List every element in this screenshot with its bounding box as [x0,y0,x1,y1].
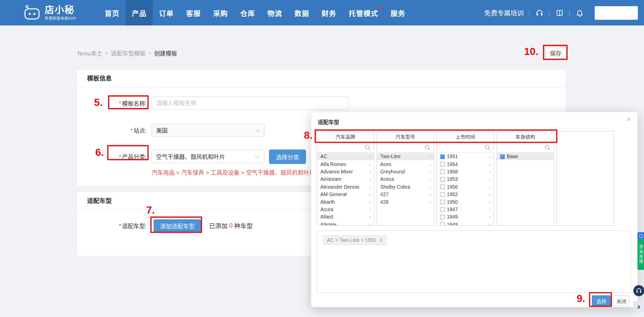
breadcrumb-item-temu[interactable]: Temu本土 [77,49,102,57]
annotation-number-10: 10. [524,46,538,57]
model-option[interactable]: 428› [377,198,434,206]
column-header-brand: 汽车品牌 [317,131,374,142]
checkbox-icon[interactable] [440,207,445,212]
checkbox-icon[interactable] [440,215,445,219]
year-option[interactable]: 1953› [437,175,494,183]
divider [549,10,550,16]
chevron-right-icon: › [369,169,371,174]
navbar-right: 免费专属培训 [484,6,638,19]
checkbox-icon[interactable] [440,192,445,197]
search-icon [545,145,549,149]
chevron-down-icon [255,127,260,132]
nav-item-managed-mode[interactable]: 托管模式 [343,0,385,25]
brand-option[interactable]: AM General› [317,191,374,198]
checkbox-icon[interactable] [440,177,445,182]
year-option[interactable]: 1956› [437,183,494,191]
add-vehicle-button[interactable]: 添加适配车型 [153,219,201,233]
nav-item-logistics[interactable]: 物流 [261,0,288,25]
checkbox-icon[interactable] [440,185,445,189]
brand-option[interactable]: Allstate› [317,221,374,226]
model-option[interactable]: Greyhound› [377,168,434,176]
choose-category-button[interactable]: 选择分类 [269,149,306,164]
manual-book-icon[interactable] [555,8,564,17]
added-count-number: 0 [229,222,232,229]
checkbox-icon[interactable] [440,222,445,226]
modal-close-button[interactable]: 关闭 [613,295,630,306]
model-option[interactable]: Shelby Cobra› [377,183,434,191]
nav-item-service[interactable]: 服务 [384,0,411,25]
chevron-right-icon: › [489,177,491,182]
product-category-label: * 产品分类: [102,149,148,163]
site-label: * 站点: [102,124,148,137]
selected-combinations-panel: AC > Two-Litre > 1951 X [317,230,631,293]
chevron-right-icon: › [369,154,371,159]
checkbox-icon[interactable] [500,154,505,159]
section-title-template-info: 模板信息 [77,70,566,88]
bell-icon[interactable] [575,8,584,17]
brand-option[interactable]: AC› [317,153,374,160]
nav-item-home[interactable]: 首页 [99,0,125,25]
body-option[interactable]: Base [497,153,554,160]
model-option[interactable]: 427› [377,191,434,198]
brand-option[interactable]: Abarth› [317,198,374,206]
nav-item-customer-service[interactable]: 客服 [180,0,207,25]
model-option[interactable]: Two-Litre› [377,153,434,160]
customer-service-float-button[interactable] [633,285,644,296]
checkbox-icon[interactable] [440,170,445,174]
remove-tag-icon[interactable]: X [380,238,383,242]
back-to-top-button[interactable]: ∧ [633,301,644,312]
nav-item-finance[interactable]: 财务 [315,0,342,25]
chevron-right-icon: › [489,184,491,189]
year-option[interactable]: 1947› [437,206,494,213]
training-link[interactable]: 免费专属培训 [484,8,524,18]
brand-logo[interactable]: 店小秘 免费跨境电商ERP [23,5,76,21]
year-option[interactable]: 1954› [437,160,494,168]
year-option[interactable]: 1948› [437,221,494,226]
year-option[interactable]: 1949› [437,213,494,221]
chevron-right-icon: › [429,162,431,167]
chevron-right-icon: › [489,162,491,167]
brand-option[interactable]: Alexander Dennis› [317,183,374,191]
breadcrumb-separator: > [105,50,108,56]
site-select[interactable]: 美国 [151,124,264,137]
modal-close-icon[interactable]: × [627,116,631,123]
template-name-input[interactable] [151,97,348,110]
chat-icon [637,232,644,239]
nav-item-product[interactable]: 产品 [126,0,153,25]
breadcrumb-item-templates[interactable]: 适配车型模板 [111,49,146,57]
model-column: Two-Litre› Aces› Greyhound› Aceca› Shelb… [377,142,434,226]
added-count-text: 已添加 0 种车型 [209,219,253,232]
brand-option[interactable]: Advance Mixer› [317,168,374,176]
brand-slogan: 免费跨境电商ERP [45,17,76,20]
brand-option[interactable]: Airstream› [317,175,374,183]
headset-icon[interactable] [535,8,544,17]
year-option[interactable]: 1952› [437,191,494,198]
year-option[interactable]: 1950› [437,198,494,206]
model-search [377,142,434,153]
column-header-model: 汽车型号 [377,131,434,142]
year-option[interactable]: 1958› [437,168,494,176]
model-option[interactable]: Aces› [377,160,434,168]
brand-option[interactable]: Allard› [317,213,374,221]
year-option[interactable]: 1951› [437,153,494,160]
brand-text: 店小秘 免费跨境电商ERP [45,5,76,20]
chevron-right-icon: › [369,192,371,197]
nav-item-purchase[interactable]: 采购 [207,0,234,25]
user-area[interactable] [595,6,638,19]
product-category-select[interactable]: 空气干燥器、鼓风机和叶片 [151,149,264,163]
app-root: 店小秘 免费跨境电商ERP 首页 产品 订单 客服 采购 仓库 物流 数据 财务… [0,0,644,317]
feedback-tab[interactable]: 咨询反馈 [637,232,644,270]
checkbox-icon[interactable] [440,200,445,204]
brand-option[interactable]: Alfa Romeo› [317,160,374,168]
robot-logo-icon [23,5,41,21]
confirm-select-button[interactable]: 选择 [592,295,611,306]
nav-item-warehouse[interactable]: 仓库 [234,0,261,25]
nav-item-order[interactable]: 订单 [153,0,180,25]
checkbox-icon[interactable] [440,162,445,167]
save-button[interactable]: 保存 [545,47,566,59]
brand-option[interactable]: Acura› [317,206,374,213]
chevron-right-icon: › [489,207,491,212]
nav-item-data[interactable]: 数据 [288,0,315,25]
model-option[interactable]: Aceca› [377,175,434,183]
checkbox-icon[interactable] [440,154,445,159]
